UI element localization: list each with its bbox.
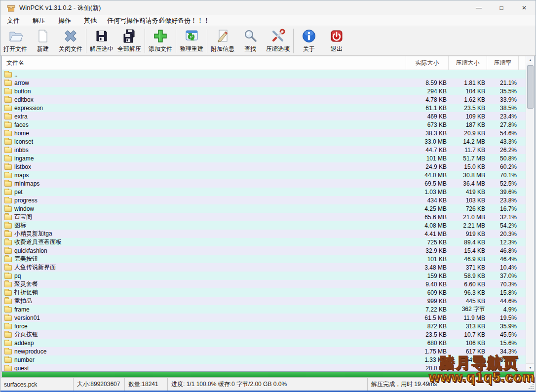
table-row[interactable]: 打折促销 609 KB 96.3 KB 15.8% <box>2 288 526 297</box>
column-header-spacer <box>518 56 526 70</box>
close-button[interactable]: ✕ <box>513 0 536 15</box>
table-row[interactable]: arrow 8.59 KB 1.81 KB 21.1% <box>2 78 526 87</box>
new-button[interactable]: 新建 <box>29 27 57 55</box>
compressed-size: 46.9 KB <box>448 256 487 263</box>
table-row[interactable]: ingame 101 MB 51.7 MB 50.8% <box>2 154 526 162</box>
folder-icon <box>4 164 12 170</box>
compression-ratio: 39.6% <box>487 189 518 196</box>
column-header-compressed-size[interactable]: 压缩大小 <box>448 56 487 70</box>
folder-icon <box>4 265 12 271</box>
actual-size: 65.6 MB <box>406 214 448 221</box>
table-row[interactable]: home 38.3 KB 20.9 KB 54.6% <box>2 129 526 137</box>
menu-extract[interactable]: 解压 <box>26 16 52 25</box>
extract-selected-button[interactable]: 解压选中 <box>88 27 115 55</box>
table-row[interactable]: frame 7.22 KB 362 字节 4.9% <box>2 305 526 314</box>
table-row[interactable]: iconset 33.0 MB 14.2 MB 43.3% <box>2 137 526 146</box>
compression-ratio: 19.5% <box>487 314 518 321</box>
file-name: 聚灵套餐 <box>14 280 38 288</box>
table-row[interactable]: 百宝阁 65.6 MB 21.0 MB 32.1% <box>2 213 526 221</box>
compression-ratio: 23.4% <box>487 113 518 120</box>
column-header-actual-size[interactable]: 实际大小 <box>406 56 448 70</box>
folder-icon <box>4 349 12 354</box>
folder-icon <box>4 148 12 153</box>
compression-ratio: 54.6% <box>487 130 518 137</box>
compress-options-button[interactable]: 压缩选项 <box>264 27 292 55</box>
compression-ratio: 52.5% <box>487 180 518 187</box>
column-header-compression-ratio[interactable]: 压缩率 <box>487 56 518 70</box>
table-row[interactable]: 分页按钮 23.5 KB 10.7 KB 45.5% <box>2 330 526 339</box>
table-row[interactable]: force 872 KB 313 KB 35.9% <box>2 322 526 330</box>
table-row[interactable]: extra 469 KB 109 KB 23.4% <box>2 112 526 120</box>
menu-file[interactable]: 文件 <box>0 16 26 25</box>
file-name: quest <box>14 365 29 372</box>
toolbar: 打开文件 新建 关闭文件 解压选中 全部解压 添加文件 整理重建 <box>0 26 536 56</box>
folder-icon <box>4 114 12 119</box>
minimize-button[interactable]: — <box>467 0 490 15</box>
table-row[interactable]: window 4.25 MB 726 KB 16.7% <box>2 204 526 213</box>
table-row[interactable]: addexp 680 KB 106 KB 15.6% <box>2 339 526 347</box>
rebuild-button[interactable]: 整理重建 <box>178 27 205 55</box>
exit-button[interactable]: 退出 <box>323 27 350 55</box>
table-row[interactable]: 完美按钮 101 KB 46.9 KB 46.4% <box>2 255 526 263</box>
compression-ratio: 33.9% <box>487 96 518 103</box>
table-row[interactable]: 小精灵新加tga 4.41 MB 919 KB 20.3% <box>2 230 526 238</box>
compressed-size: 106 KB <box>448 340 487 347</box>
table-row[interactable]: faces 673 KB 187 KB 27.8% <box>2 120 526 129</box>
file-name: 收费道具查看面板 <box>14 238 62 246</box>
compressed-size: 20.9 KB <box>448 130 487 137</box>
table-row[interactable]: progress 434 KB 103 KB 23.8% <box>2 196 526 204</box>
table-row[interactable]: listbox 24.9 KB 15.0 KB 60.2% <box>2 162 526 171</box>
table-row[interactable]: version01 61.5 MB 11.9 MB 19.5% <box>2 314 526 322</box>
about-button[interactable]: 关于 <box>295 27 323 55</box>
table-row[interactable]: quickfashion 32.9 KB 15.4 KB 46.8% <box>2 246 526 255</box>
extract-all-button[interactable]: 全部解压 <box>115 27 143 55</box>
table-row[interactable]: maps 44.0 MB 30.8 MB 70.1% <box>2 171 526 179</box>
table-row[interactable]: pq 159 KB 58.9 KB 37.0% <box>2 272 526 280</box>
menu-operation[interactable]: 操作 <box>52 16 77 25</box>
table-row[interactable]: 竞拍品 999 KB 445 KB 44.6% <box>2 297 526 305</box>
actual-size: 3.48 MB <box>406 264 448 271</box>
folder-icon <box>4 357 12 363</box>
open-file-button[interactable]: 打开文件 <box>1 27 29 55</box>
maximize-button[interactable]: □ <box>490 0 513 15</box>
folder-icon <box>4 97 12 103</box>
extract-selected-icon <box>94 28 110 44</box>
toolbar-button-label: 查找 <box>244 45 256 53</box>
compression-ratio: 38.5% <box>487 105 518 112</box>
compressed-size: 419 KB <box>448 189 487 196</box>
close-file-button[interactable]: 关闭文件 <box>57 27 84 55</box>
file-name: newproduce <box>14 348 46 355</box>
compression-ratio: 50.8% <box>487 155 518 162</box>
open-file-icon <box>7 28 23 44</box>
table-row[interactable]: inbbs 44.7 KB 11.7 KB 26.2% <box>2 146 526 154</box>
compressed-size: 36.4 MB <box>448 180 487 187</box>
toolbar-button-label: 附加信息 <box>211 45 234 53</box>
folder-icon <box>4 290 12 296</box>
find-button[interactable]: 查找 <box>236 27 264 55</box>
table-row[interactable]: pet 1.03 MB 419 KB 39.6% <box>2 188 526 196</box>
toolbar-button-label: 打开文件 <box>3 45 27 53</box>
table-row[interactable]: 图标 4.08 MB 2.21 MB 54.2% <box>2 221 526 230</box>
scrollbar-thumb[interactable] <box>527 65 534 109</box>
compressed-size: 103 KB <box>448 197 487 204</box>
add-files-button[interactable]: 添加文件 <box>147 27 174 55</box>
table-row[interactable]: .. <box>2 70 526 78</box>
vertical-scrollbar[interactable]: ▲ ▼ <box>526 56 534 371</box>
table-row[interactable]: 人鱼传说新界面 3.48 MB 371 KB 10.4% <box>2 263 526 272</box>
folder-icon <box>4 122 12 128</box>
menu-other[interactable]: 其他 <box>77 16 103 25</box>
table-row[interactable]: 聚灵套餐 9.40 KB 6.60 KB 70.3% <box>2 280 526 288</box>
actual-size: 294 KB <box>406 88 448 95</box>
folder-icon <box>4 257 12 262</box>
extract-all-icon <box>121 28 137 44</box>
scroll-up-icon[interactable]: ▲ <box>526 56 535 64</box>
table-row[interactable]: expression 61.1 KB 23.5 KB 38.5% <box>2 104 526 112</box>
table-row[interactable]: minimaps 69.5 MB 36.4 MB 52.5% <box>2 179 526 188</box>
column-header-filename[interactable]: 文件名 <box>2 59 406 67</box>
table-row[interactable]: button 294 KB 104 KB 35.5% <box>2 87 526 95</box>
table-row[interactable]: 收费道具查看面板 725 KB 89.4 KB 12.3% <box>2 238 526 246</box>
folder-icon <box>4 206 12 212</box>
extra-info-button[interactable]: 附加信息 <box>209 27 236 55</box>
table-row[interactable]: editbox 4.78 KB 1.62 KB 33.9% <box>2 95 526 104</box>
actual-size: 32.9 KB <box>406 247 448 254</box>
